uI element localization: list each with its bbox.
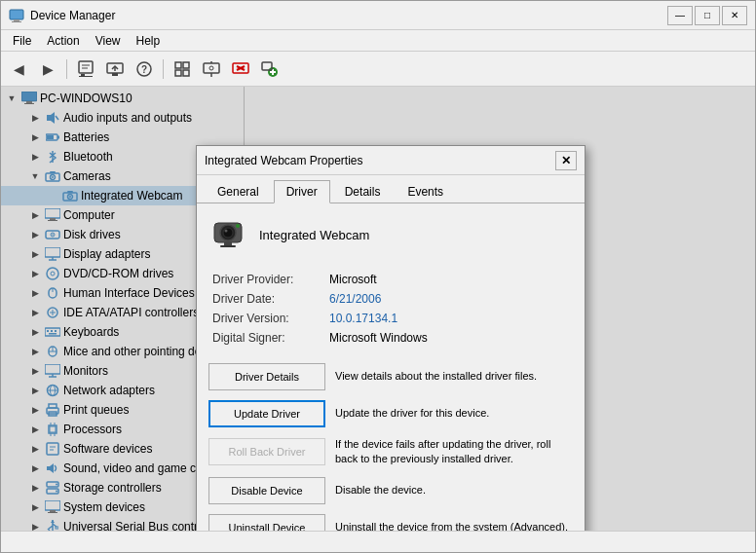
dialog-close-button[interactable]: ✕ — [555, 151, 577, 170]
tab-events[interactable]: Events — [395, 180, 456, 203]
svg-rect-13 — [175, 62, 181, 68]
driver-signer-label: Digital Signer: — [208, 328, 325, 348]
svg-point-18 — [209, 66, 213, 70]
action-btn-row-0: Driver DetailsView details about the ins… — [208, 363, 573, 390]
svg-rect-2 — [12, 21, 21, 22]
menu-help[interactable]: Help — [129, 32, 169, 50]
update-driver-button[interactable]: Update Driver — [208, 400, 325, 427]
scan-hardware-button[interactable] — [198, 55, 225, 83]
driver-version-value: 10.0.17134.1 — [325, 309, 573, 328]
driver-version-label: Driver Version: — [208, 309, 325, 328]
toolbar: ◀ ▶ ? — [1, 52, 755, 87]
driver-version-row: Driver Version: 10.0.17134.1 — [208, 309, 573, 328]
dialog-content: Integrated Webcam Driver Provider: Micro… — [197, 203, 585, 531]
svg-point-103 — [223, 228, 233, 238]
toolbar-sep-2 — [163, 59, 164, 79]
driver-date-row: Driver Date: 6/21/2006 — [208, 289, 573, 309]
svg-rect-4 — [81, 74, 85, 76]
show-hidden-button[interactable] — [169, 55, 196, 83]
svg-rect-3 — [79, 61, 93, 73]
device-icon — [208, 215, 247, 254]
close-button[interactable]: ✕ — [722, 6, 747, 25]
title-bar: Device Manager — □ ✕ — [1, 1, 755, 30]
uninstall-device-button[interactable]: Uninstall Device — [208, 514, 325, 531]
update-driver-button[interactable] — [101, 55, 129, 83]
svg-point-104 — [225, 230, 228, 233]
properties-dialog: Integrated Webcam Properties ✕ General D… — [196, 145, 586, 531]
svg-rect-14 — [183, 62, 189, 68]
disable-device-button[interactable]: Disable Device — [208, 477, 325, 504]
action-btn-row-1: Update DriverUpdate the driver for this … — [208, 400, 573, 427]
btn-desc-4: Uninstall the device from the system (Ad… — [335, 520, 573, 531]
svg-rect-17 — [204, 63, 219, 73]
driver-date-value: 6/21/2006 — [325, 289, 573, 309]
device-header: Integrated Webcam — [208, 215, 573, 254]
app-icon — [9, 8, 24, 23]
svg-rect-5 — [79, 76, 93, 77]
dialog-title-text: Integrated Webcam Properties — [205, 154, 555, 167]
svg-text:?: ? — [141, 64, 147, 75]
btn-desc-2: If the device fails after updating the d… — [335, 437, 573, 467]
svg-rect-15 — [175, 70, 181, 76]
driver-details-button[interactable]: Driver Details — [208, 363, 325, 390]
menu-file[interactable]: File — [5, 32, 39, 50]
driver-provider-row: Driver Provider: Microsoft — [208, 270, 573, 289]
menu-bar: File Action View Help — [1, 30, 755, 52]
btn-desc-0: View details about the installed driver … — [335, 369, 573, 384]
status-bar — [1, 531, 755, 552]
driver-info-table: Driver Provider: Microsoft Driver Date: … — [208, 270, 573, 348]
tab-general[interactable]: General — [205, 180, 272, 203]
app-title: Device Manager — [30, 9, 667, 22]
dialog-title-bar: Integrated Webcam Properties ✕ — [197, 146, 585, 175]
btn-desc-3: Disable the device. — [335, 483, 573, 498]
driver-date-label: Driver Date: — [208, 289, 325, 309]
properties-button[interactable] — [72, 55, 99, 83]
forward-button[interactable]: ▶ — [34, 55, 61, 83]
main-window: Device Manager — □ ✕ File Action View He… — [0, 0, 756, 553]
driver-signer-value: Microsoft Windows — [325, 328, 573, 348]
tab-driver[interactable]: Driver — [274, 180, 330, 203]
driver-provider-value: Microsoft — [325, 270, 573, 289]
device-name: Integrated Webcam — [259, 228, 369, 242]
tab-details[interactable]: Details — [332, 180, 394, 203]
svg-rect-1 — [14, 19, 19, 21]
svg-rect-106 — [220, 245, 236, 247]
menu-view[interactable]: View — [88, 32, 129, 50]
maximize-button[interactable]: □ — [695, 6, 720, 25]
svg-rect-105 — [224, 242, 232, 245]
window-controls: — □ ✕ — [667, 6, 747, 25]
svg-rect-9 — [112, 73, 118, 76]
menu-action[interactable]: Action — [39, 32, 87, 50]
driver-provider-label: Driver Provider: — [208, 270, 325, 289]
action-btn-row-4: Uninstall DeviceUninstall the device fro… — [208, 514, 573, 531]
svg-rect-16 — [183, 70, 189, 76]
back-button[interactable]: ◀ — [5, 55, 32, 83]
action-btn-row-3: Disable DeviceDisable the device. — [208, 477, 573, 504]
action-buttons-container: Driver DetailsView details about the ins… — [208, 363, 573, 531]
help-button[interactable]: ? — [131, 55, 158, 83]
action-btn-row-2: Roll Back DriverIf the device fails afte… — [208, 437, 573, 467]
btn-desc-1: Update the driver for this device. — [335, 406, 573, 421]
tab-bar: General Driver Details Events — [197, 175, 585, 203]
svg-rect-0 — [10, 10, 23, 19]
modal-overlay: Integrated Webcam Properties ✕ General D… — [1, 87, 755, 531]
content-area: ▼ PC-WINDOWS10 ▶ — [1, 87, 755, 531]
driver-signer-row: Digital Signer: Microsoft Windows — [208, 328, 573, 348]
toolbar-sep-1 — [66, 59, 67, 79]
svg-point-107 — [236, 224, 240, 228]
remove-device-button[interactable] — [227, 55, 254, 83]
roll-back-driver-button[interactable]: Roll Back Driver — [208, 438, 325, 465]
add-device-button[interactable] — [256, 55, 284, 83]
minimize-button[interactable]: — — [667, 6, 693, 25]
